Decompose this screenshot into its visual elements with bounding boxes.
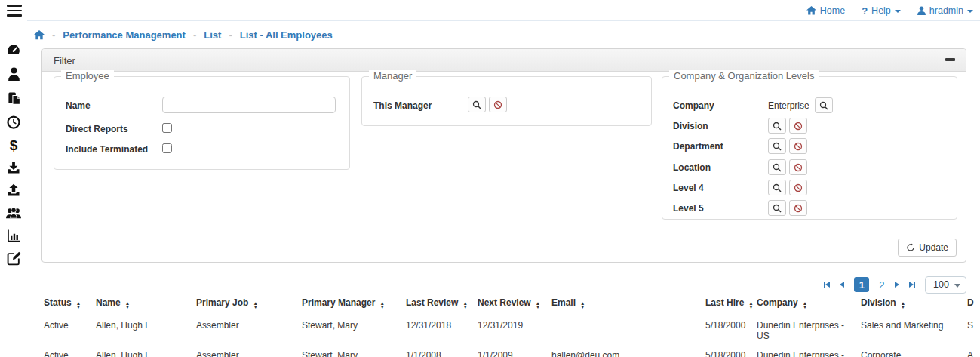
col-division[interactable]: Division▲▼ [861,294,967,316]
cell-primary-job: Assembler [196,346,302,357]
sort-icon: ▲▼ [462,302,467,309]
sort-icon: ▲▼ [803,302,807,309]
update-button[interactable]: Update [898,239,957,257]
nav-help-menu[interactable]: ? Help [862,5,901,17]
nav-user-menu[interactable]: hradmin [917,5,973,16]
cell-last-hire: 5/18/2000 [705,346,757,357]
search-icon [773,142,782,151]
ban-icon [794,163,803,172]
location-clear-button[interactable] [789,159,807,175]
cell-company: Dunedin Enterprises - Canada [757,346,861,357]
sort-icon: ▲▼ [125,302,130,309]
company-search-button[interactable] [815,97,833,113]
home-icon[interactable] [34,30,45,40]
col-email[interactable]: Email▲▼ [551,294,705,316]
page-1-button[interactable]: 1 [854,277,869,292]
menu-toggle-icon[interactable] [7,5,22,17]
department-clear-button[interactable] [789,138,807,154]
refresh-icon [906,243,915,252]
table-row[interactable]: Active Allen, Hugh F Assembler Stewart, … [44,316,980,346]
dollar-icon: $ [10,138,18,152]
col-next-review[interactable]: Next Review▲▼ [478,294,551,316]
last-page-button[interactable] [909,282,916,288]
first-page-button[interactable] [824,282,831,288]
sidebar-item-documents[interactable] [6,91,21,106]
search-icon [773,163,782,172]
search-icon [472,100,481,109]
page-size-select[interactable]: 100 [925,276,966,294]
col-last-review[interactable]: Last Review▲▼ [406,294,478,316]
nav-user-label: hradmin [929,5,963,16]
cell-last-review: 1/1/2008 [406,346,478,357]
breadcrumb-list-all-employees[interactable]: List - All Employees [240,29,333,41]
chevron-down-icon [967,10,973,13]
sidebar-item-dashboard[interactable] [6,42,21,57]
level-4-label: Level 4 [673,183,704,193]
filter-panel-header: Filter [42,49,966,72]
col-primary-job[interactable]: Primary Job▲▼ [196,294,302,316]
name-input[interactable] [162,97,336,113]
division-clear-button[interactable] [789,118,807,134]
col-primary-manager[interactable]: Primary Manager▲▼ [302,294,406,316]
chevron-down-icon [954,284,960,288]
nav-help-label: Help [871,5,891,16]
cell-next-review: 12/31/2019 [478,316,551,346]
level-4-clear-button[interactable] [789,180,807,195]
sidebar-item-employees[interactable] [6,66,21,82]
pagination: 1 2 100 [824,275,966,294]
location-label: Location [673,162,711,173]
sidebar-item-time[interactable] [6,115,21,130]
page-2-button[interactable]: 2 [879,279,884,291]
top-navbar: Home ? Help hradmin [0,0,980,21]
sidebar-item-compensation[interactable]: $ [6,137,21,152]
include-terminated-checkbox[interactable] [162,143,172,153]
filter-panel-title: Filter [54,55,75,66]
manager-clear-button[interactable] [489,97,507,112]
col-name[interactable]: Name▲▼ [96,294,196,316]
next-page-button[interactable] [895,282,899,288]
cell-email [551,316,705,346]
col-clipped[interactable]: D [967,294,980,316]
col-last-hire[interactable]: Last Hire▲▼ [705,294,757,316]
people-icon [6,206,21,220]
sort-icon: ▲▼ [580,302,585,309]
breadcrumb-performance-management[interactable]: Performance Management [63,29,186,41]
col-company[interactable]: Company▲▼ [757,294,861,316]
help-icon: ? [862,5,868,17]
nav-home-link[interactable]: Home [806,5,845,16]
previous-page-button[interactable] [840,282,844,288]
search-icon [773,204,782,213]
department-search-button[interactable] [768,138,786,154]
collapse-panel-icon[interactable] [945,58,955,61]
sidebar-item-reports[interactable] [6,228,21,243]
name-label: Name [66,100,91,111]
sidebar-item-import[interactable] [6,160,21,175]
sidebar-item-groups[interactable] [6,205,21,220]
level-5-clear-button[interactable] [789,200,807,216]
col-status[interactable]: Status▲▼ [44,294,96,316]
breadcrumb-list[interactable]: List [204,29,221,41]
location-search-button[interactable] [768,159,786,175]
search-icon [773,183,782,192]
direct-reports-label: Direct Reports [66,124,128,134]
search-icon [819,101,828,110]
sidebar-item-export[interactable] [6,183,21,198]
level-5-search-button[interactable] [768,200,786,216]
direct-reports-checkbox[interactable] [162,123,172,133]
level-4-search-button[interactable] [768,180,786,195]
cell-primary-job: Assembler [196,316,302,346]
table-row[interactable]: Active Allen, Hugh F Assembler Stewart, … [44,346,980,357]
division-search-button[interactable] [768,118,786,134]
cell-name: Allen, Hugh F [96,316,196,346]
edit-icon [7,251,21,266]
manager-search-button[interactable] [468,97,486,112]
cell-last-hire: 5/18/2000 [705,316,757,346]
division-label: Division [673,121,708,131]
download-icon [7,161,20,174]
upload-icon [7,183,20,197]
sort-icon: ▲▼ [536,302,540,309]
app-window: Home ? Help hradmin [0,0,980,357]
cell-name: Allen, Hugh F [96,346,196,357]
sidebar-item-reviews[interactable] [6,251,21,266]
cell-primary-manager: Stewart, Mary [302,346,406,357]
